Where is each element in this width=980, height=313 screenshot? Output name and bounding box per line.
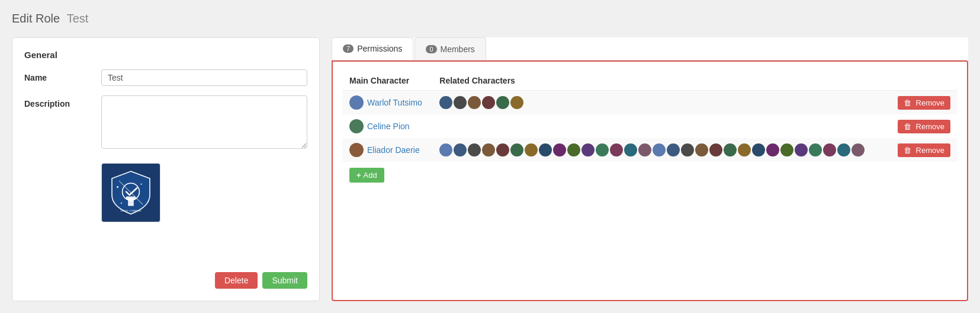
related-avatar xyxy=(482,96,495,109)
related-characters-cell xyxy=(432,91,888,115)
related-avatar xyxy=(766,143,779,156)
main-character-link[interactable]: Eliador Daerie xyxy=(349,143,425,157)
remove-label: Remove xyxy=(916,122,944,131)
members-badge: 0 xyxy=(426,45,436,53)
related-avatar xyxy=(795,143,808,156)
related-avatar xyxy=(454,143,467,156)
related-avatar xyxy=(454,96,467,109)
name-field-group: Name xyxy=(24,69,307,86)
remove-label: Remove xyxy=(916,98,944,107)
related-avatar xyxy=(482,143,495,156)
related-avatar xyxy=(468,96,481,109)
related-avatar xyxy=(709,143,722,156)
main-character-name: Eliador Daerie xyxy=(367,145,420,155)
related-avatar xyxy=(439,96,452,109)
name-label: Name xyxy=(24,69,101,82)
remove-button[interactable]: 🗑 Remove xyxy=(898,120,950,133)
action-cell: 🗑 Remove xyxy=(888,91,957,115)
main-character-name: Warlof Tutsimo xyxy=(367,98,422,107)
plus-icon: + xyxy=(356,171,361,180)
add-button[interactable]: + Add xyxy=(349,168,384,183)
main-character-cell: Warlof Tutsimo xyxy=(342,91,432,115)
form-footer: Delete Submit xyxy=(24,260,307,289)
trash-icon: 🗑 xyxy=(904,146,911,155)
related-avatar xyxy=(468,143,481,156)
trash-icon: 🗑 xyxy=(904,98,911,107)
action-cell: 🗑 Remove xyxy=(888,138,957,162)
add-cell: + Add xyxy=(342,162,957,189)
svg-rect-5 xyxy=(128,199,134,206)
tab-members[interactable]: 0 Members xyxy=(415,37,486,60)
svg-text:SPACE COMMAND: SPACE COMMAND xyxy=(120,209,142,212)
related-avatar xyxy=(510,96,523,109)
related-avatar xyxy=(596,143,609,156)
name-input[interactable] xyxy=(101,69,307,86)
main-avatar xyxy=(349,95,364,110)
related-avatar xyxy=(752,143,765,156)
related-avatar xyxy=(496,143,509,156)
tab-permissions[interactable]: 7 Permissions xyxy=(332,37,413,60)
description-input[interactable] xyxy=(101,95,307,149)
related-avatars-container xyxy=(439,96,881,109)
related-avatar xyxy=(525,143,538,156)
table-row: Warlof Tutsimo 🗑 Remove xyxy=(342,91,957,115)
permissions-tab-label: Permissions xyxy=(357,44,402,53)
svg-point-4 xyxy=(140,183,142,184)
main-character-link[interactable]: Celine Pion xyxy=(349,119,425,133)
delete-button[interactable]: Delete xyxy=(215,272,258,289)
main-character-link[interactable]: Warlof Tutsimo xyxy=(349,95,425,110)
description-label: Description xyxy=(24,95,101,108)
table-row: Eliador Daerie 🗑 Remove xyxy=(342,138,957,162)
related-avatar xyxy=(653,143,666,156)
related-avatar xyxy=(780,143,793,156)
related-avatar xyxy=(439,143,452,156)
logo-svg: SPACE COMMAND xyxy=(107,169,155,216)
main-avatar xyxy=(349,143,364,157)
main-avatar xyxy=(349,119,364,133)
col-main-character: Main Character xyxy=(342,71,432,91)
svg-rect-6 xyxy=(126,196,136,199)
remove-button[interactable]: 🗑 Remove xyxy=(898,143,950,157)
right-panel: 7 Permissions 0 Members Main Character R… xyxy=(332,37,968,301)
related-avatar xyxy=(724,143,737,156)
related-avatar xyxy=(581,143,595,156)
remove-label: Remove xyxy=(916,146,944,155)
related-avatar xyxy=(837,143,850,156)
related-avatar xyxy=(681,143,694,156)
main-character-cell: Celine Pion xyxy=(342,114,432,138)
related-characters-cell xyxy=(432,114,888,138)
main-character-cell: Eliador Daerie xyxy=(342,138,432,162)
related-avatar xyxy=(510,143,523,156)
related-avatar xyxy=(823,143,836,156)
col-related-characters: Related Characters xyxy=(432,71,888,91)
page-title: Edit Role Test xyxy=(12,12,968,25)
related-avatars-container xyxy=(439,143,881,156)
table-row: Celine Pion 🗑 Remove xyxy=(342,114,957,138)
related-avatar xyxy=(667,143,680,156)
add-label: Add xyxy=(364,171,377,180)
tab-content: Main Character Related Characters Warlof… xyxy=(332,60,968,301)
related-avatar xyxy=(496,96,509,109)
related-avatar xyxy=(567,143,580,156)
svg-point-3 xyxy=(121,202,122,203)
action-cell: 🗑 Remove xyxy=(888,114,957,138)
add-row: + Add xyxy=(342,162,957,189)
related-avatar xyxy=(852,143,865,156)
remove-button[interactable]: 🗑 Remove xyxy=(898,96,950,110)
related-avatar xyxy=(638,143,651,156)
trash-icon: 🗑 xyxy=(904,122,911,131)
description-field-group: Description xyxy=(24,95,307,149)
submit-button[interactable]: Submit xyxy=(262,272,307,289)
general-panel: General Name Description xyxy=(12,37,320,301)
related-avatar xyxy=(695,143,708,156)
section-general-heading: General xyxy=(24,50,307,60)
related-avatar xyxy=(610,143,623,156)
related-characters-cell xyxy=(432,138,888,162)
main-character-name: Celine Pion xyxy=(367,122,410,131)
svg-point-2 xyxy=(117,186,118,188)
related-avatar xyxy=(738,143,751,156)
members-table: Main Character Related Characters Warlof… xyxy=(342,71,957,189)
related-avatar xyxy=(624,143,637,156)
related-avatar xyxy=(539,143,552,156)
related-avatar xyxy=(553,143,566,156)
